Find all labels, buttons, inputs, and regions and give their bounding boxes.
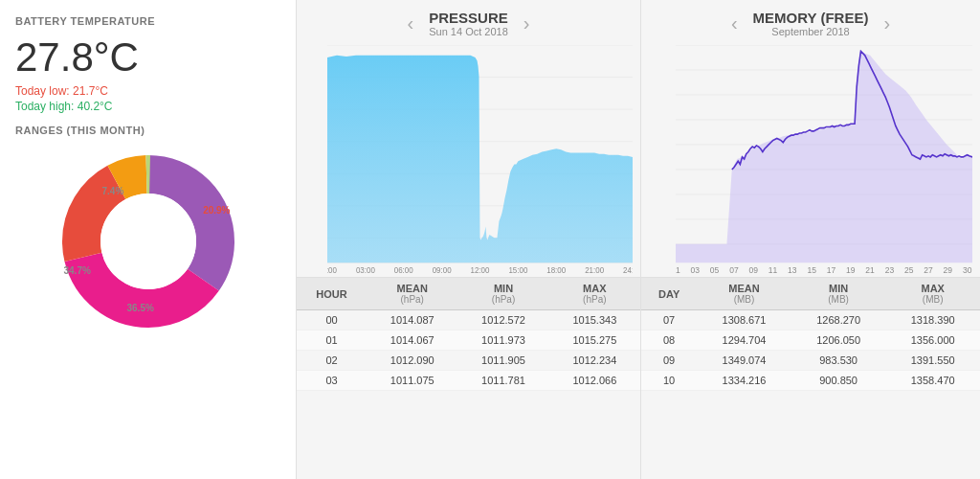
svg-point-5: [100, 194, 196, 289]
pressure-next-arrow[interactable]: ›: [520, 12, 534, 34]
th-day: DAY: [641, 278, 697, 310]
donut-label-purple: 34.7%: [64, 265, 91, 276]
table-row: 101334.216900.8501358.470: [641, 371, 980, 391]
pressure-table: HOUR MEAN(hPa) MIN(hPa) MAX(hPa) 001014.…: [297, 278, 641, 479]
battery-title: BATTERY TEMPERATURE: [15, 15, 280, 27]
donut-chart: 34.7% 36.5% 20.9% 7.4%: [53, 146, 244, 337]
th-min-mb: MIN(MB): [791, 278, 886, 310]
pressure-title-block: PRESSURE Sun 14 Oct 2018: [429, 10, 508, 37]
svg-text:00:00: 00:00: [327, 265, 337, 273]
donut-label-pink: 36.5%: [127, 303, 154, 313]
th-hour: HOUR: [297, 278, 367, 310]
memory-data-table: DAY MEAN(MB) MIN(MB) MAX(MB) 071308.6711…: [641, 278, 980, 391]
memory-subtitle: September 2018: [753, 26, 869, 37]
donut-label-yellow: 7.4%: [102, 186, 124, 196]
temp-value: 27.8°C: [15, 34, 280, 80]
memory-next-arrow[interactable]: ›: [880, 12, 894, 34]
pressure-svg: 1010 1000 990 980 970 960 950 00:00 03:0…: [327, 45, 633, 273]
pressure-panel: ‹ PRESSURE Sun 14 Oct 2018 ›: [297, 0, 641, 277]
svg-text:05: 05: [710, 265, 720, 273]
tables-row: HOUR MEAN(hPa) MIN(hPa) MAX(hPa) 001014.…: [297, 278, 980, 479]
memory-table-header-row: DAY MEAN(MB) MIN(MB) MAX(MB): [641, 278, 980, 310]
svg-text:21: 21: [865, 265, 875, 273]
svg-text:15: 15: [807, 265, 816, 273]
svg-text:25: 25: [904, 265, 914, 273]
table-row: 031011.0751011.7811012.066: [297, 371, 640, 391]
table-row: 021012.0901011.9051012.234: [297, 351, 640, 371]
table-row: 011014.0671011.9731015.275: [297, 331, 640, 351]
svg-text:19: 19: [846, 265, 856, 273]
svg-text:11: 11: [768, 265, 778, 273]
left-panel: BATTERY TEMPERATURE 27.8°C Today low: 21…: [0, 0, 297, 479]
temp-high: Today high: 40.2°C: [15, 100, 280, 113]
memory-svg: 2000 1800 1600 1400 1200 1000 800 600 40…: [676, 45, 972, 273]
svg-text:12:00: 12:00: [471, 265, 490, 273]
svg-text:29: 29: [944, 265, 953, 273]
svg-text:18:00: 18:00: [546, 265, 566, 273]
svg-text:15:00: 15:00: [508, 265, 527, 273]
pressure-data-table: HOUR MEAN(hPa) MIN(hPa) MAX(hPa) 001014.…: [297, 278, 640, 391]
memory-title-block: MEMORY (FREE) September 2018: [753, 10, 869, 37]
pressure-title: PRESSURE: [429, 10, 508, 26]
th-min-hpa: MIN(hPa): [457, 278, 548, 310]
ranges-title: RANGES (THIS MONTH): [15, 125, 280, 136]
svg-text:23: 23: [885, 265, 895, 273]
svg-text:07: 07: [729, 265, 739, 273]
svg-text:03:00: 03:00: [356, 265, 375, 273]
svg-text:24:00: 24:00: [623, 265, 633, 273]
th-mean-mb: MEAN(MB): [697, 278, 791, 310]
charts-row: ‹ PRESSURE Sun 14 Oct 2018 ›: [297, 0, 980, 278]
pressure-header: ‹ PRESSURE Sun 14 Oct 2018 ›: [297, 0, 640, 41]
th-mean-hpa: MEAN(hPa): [367, 278, 457, 310]
pressure-table-header-row: HOUR MEAN(hPa) MIN(hPa) MAX(hPa): [297, 278, 640, 310]
svg-text:09: 09: [748, 265, 758, 273]
svg-text:17: 17: [827, 265, 836, 273]
pressure-prev-arrow[interactable]: ‹: [404, 12, 418, 34]
svg-marker-30: [327, 56, 633, 263]
table-row: 071308.6711268.2701318.390: [641, 310, 980, 331]
memory-table: DAY MEAN(MB) MIN(MB) MAX(MB) 071308.6711…: [641, 278, 980, 479]
table-row: 081294.7041206.0501356.000: [641, 331, 980, 351]
table-row: 091349.074983.5301391.550: [641, 351, 980, 371]
svg-text:03: 03: [691, 265, 701, 273]
svg-text:21:00: 21:00: [585, 265, 604, 273]
memory-panel: ‹ MEMORY (FREE) September 2018 ›: [641, 0, 980, 277]
svg-text:01: 01: [676, 265, 680, 273]
donut-label-red: 20.9%: [203, 205, 230, 216]
svg-text:27: 27: [924, 265, 933, 273]
svg-text:30: 30: [963, 265, 972, 273]
table-row: 001014.0871012.5721015.343: [297, 310, 640, 331]
th-max-mb: MAX(MB): [885, 278, 980, 310]
memory-header: ‹ MEMORY (FREE) September 2018 ›: [641, 0, 980, 41]
center-right: ‹ PRESSURE Sun 14 Oct 2018 ›: [297, 0, 980, 479]
svg-text:09:00: 09:00: [433, 265, 452, 273]
memory-title: MEMORY (FREE): [753, 10, 869, 26]
memory-chart-area: 2000 1800 1600 1400 1200 1000 800 600 40…: [641, 41, 980, 277]
pressure-subtitle: Sun 14 Oct 2018: [429, 26, 508, 37]
temp-low: Today low: 21.7°C: [15, 84, 280, 98]
pressure-chart-area: 1010 1000 990 980 970 960 950 00:00 03:0…: [297, 41, 640, 277]
memory-prev-arrow[interactable]: ‹: [727, 12, 742, 34]
svg-text:06:00: 06:00: [394, 265, 413, 273]
svg-text:13: 13: [788, 265, 797, 273]
th-max-hpa: MAX(hPa): [549, 278, 640, 310]
